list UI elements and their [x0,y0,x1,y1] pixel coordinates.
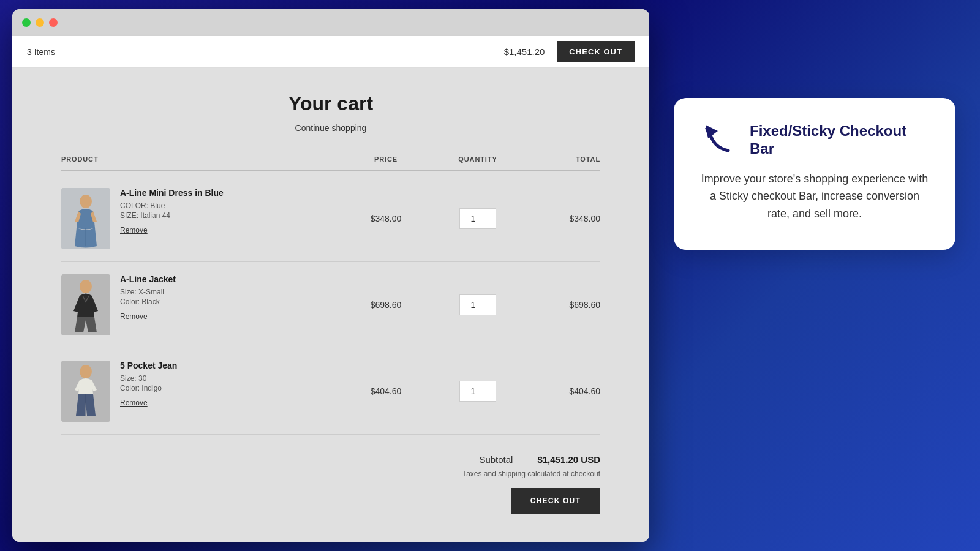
item-details-3: 5 Pocket Jean Size: 30 Color: Indigo Rem… [120,361,177,408]
qty-input-1[interactable] [459,208,496,229]
subtotal-label: Subtotal [479,454,513,465]
col-quantity: QUANTITY [429,156,527,163]
browser-titlebar [12,9,649,36]
tax-note: Taxes and shipping calculated at checkou… [462,470,600,478]
popup-title: Fixed/Sticky Checkout Bar [750,120,929,158]
popup-description: Improve your store's shopping experience… [701,170,929,223]
feature-popup: Fixed/Sticky Checkout Bar Improve your s… [674,98,956,250]
item-product-3: 5 Pocket Jean Size: 30 Color: Indigo Rem… [61,361,343,422]
item-total-2: $698.60 [527,300,600,310]
item-product-2: A-Line Jacket Size: X-Small Color: Black… [61,274,343,335]
item-image-2 [61,274,110,335]
item-quantity-2 [429,294,527,315]
checkout-button-bottom[interactable]: CHECK OUT [511,488,600,514]
qty-input-3[interactable] [459,381,496,402]
item-quantity-3 [429,381,527,402]
remove-link-3[interactable]: Remove [120,399,148,407]
jacket-svg [61,274,110,335]
item-details-2: A-Line Jacket Size: X-Small Color: Black… [120,274,176,321]
svg-point-6 [80,365,92,378]
cart-title: Your cart [61,92,600,115]
col-product: PRODUCT [61,156,343,163]
item-total-1: $348.00 [527,214,600,223]
cart-item-2: A-Line Jacket Size: X-Small Color: Black… [61,262,600,348]
sticky-bar-right: $1,451.20 CHECK OUT [504,41,635,62]
traffic-lights [22,18,58,27]
cart-summary: Subtotal $1,451.20 USD Taxes and shippin… [61,454,600,514]
items-count: 3 Items [27,47,55,57]
sticky-bar-price: $1,451.20 [504,47,545,57]
cart-content: Your cart Continue shopping PRODUCT PRIC… [12,68,649,542]
browser-window: 3 Items $1,451.20 CHECK OUT Your cart Co… [12,9,649,542]
cart-item-3: 5 Pocket Jean Size: 30 Color: Indigo Rem… [61,348,600,435]
item-image-3 [61,361,110,422]
subtotal-value: $1,451.20 USD [537,454,600,465]
traffic-light-yellow[interactable] [36,18,44,27]
item-image-1 [61,188,110,249]
continue-shopping-link[interactable]: Continue shopping [61,122,600,133]
cart-item: A-Line Mini Dress in Blue COLOR: Blue SI… [61,176,600,262]
item-price-3: $404.60 [343,386,429,396]
arrow-up-left-icon [701,120,737,157]
qty-input-2[interactable] [459,294,496,315]
item-price-1: $348.00 [343,214,429,223]
traffic-light-red[interactable] [49,18,58,27]
col-price: PRICE [343,156,429,163]
traffic-light-green[interactable] [22,18,31,27]
item-price-2: $698.60 [343,300,429,310]
popup-header: Fixed/Sticky Checkout Bar [701,120,929,158]
svg-point-4 [80,280,92,293]
svg-point-1 [80,195,92,208]
checkout-button-header[interactable]: CHECK OUT [557,41,635,62]
subtotal-row: Subtotal $1,451.20 USD [479,454,600,465]
sticky-checkout-bar: 3 Items $1,451.20 CHECK OUT [12,36,649,68]
col-total: TOTAL [527,156,600,163]
item-total-3: $404.60 [527,386,600,396]
jean-svg [61,361,110,422]
item-quantity-1 [429,208,527,229]
remove-link-1[interactable]: Remove [120,226,148,234]
item-product-1: A-Line Mini Dress in Blue COLOR: Blue SI… [61,188,343,249]
cart-table-header: PRODUCT PRICE QUANTITY TOTAL [61,156,600,171]
remove-link-2[interactable]: Remove [120,312,148,321]
dress-svg [61,188,110,249]
item-details-1: A-Line Mini Dress in Blue COLOR: Blue SI… [120,188,224,235]
